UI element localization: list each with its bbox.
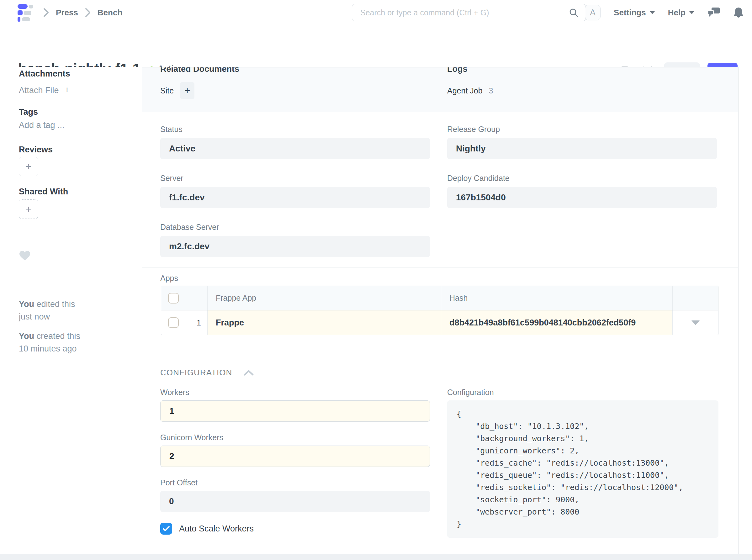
like-heart-icon[interactable] (19, 250, 31, 261)
column-hash: Hash (441, 286, 673, 310)
logs-title: Logs (447, 67, 468, 74)
gunicorn-workers-label: Gunicorn Workers (160, 433, 223, 442)
port-offset-label: Port Offset (160, 478, 198, 487)
gunicorn-workers-input[interactable]: 2 (160, 445, 430, 467)
release-group-field[interactable]: Nightly (447, 138, 717, 159)
search-input[interactable] (352, 4, 586, 21)
form-dashboard: Related Documents Logs Site + Agent Job … (142, 67, 738, 112)
cell-frappe-app[interactable]: Frappe (207, 311, 441, 335)
edited-info: You edited this just now (19, 298, 75, 323)
configuration-section-header[interactable]: CONFIGURATION (160, 368, 254, 378)
plus-icon: + (26, 203, 32, 215)
attachments-title: Attachments (19, 69, 70, 79)
workers-input[interactable]: 1 (160, 400, 430, 422)
auto-scale-workers-row: Auto Scale Workers (160, 523, 254, 535)
created-info: You created this 10 minutes ago (19, 330, 80, 355)
details-section: Status Active Release Group Nightly Serv… (142, 112, 738, 267)
deploy-candidate-field[interactable]: 167b1504d0 (447, 187, 717, 208)
chevron-down-icon (689, 11, 694, 14)
configuration-json-code[interactable]: { "db_host": "10.1.3.102", "background_w… (457, 408, 709, 530)
workers-label: Workers (160, 388, 190, 397)
chevron-right-icon (84, 7, 91, 18)
site-link[interactable]: Site (160, 86, 174, 95)
configuration-json-box: { "db_host": "10.1.3.102", "background_w… (447, 400, 718, 538)
port-offset-field[interactable]: 0 (160, 491, 430, 512)
agent-job-link[interactable]: Agent Job (447, 86, 482, 95)
deploy-candidate-label: Deploy Candidate (447, 174, 510, 183)
related-documents-title: Related Documents (160, 67, 239, 74)
chevron-right-icon (43, 7, 50, 18)
chevron-down-icon (650, 11, 655, 14)
row-expand-icon[interactable] (691, 320, 700, 325)
apps-section: Apps Frappe App Hash 1 Frappe d8b421b49a… (142, 267, 738, 355)
breadcrumb-item-bench[interactable]: Bench (98, 8, 122, 18)
plus-icon: + (64, 85, 70, 95)
column-frappe-app: Frappe App (207, 286, 441, 310)
apps-table: Frappe App Hash 1 Frappe d8b421b49a8bf61… (161, 286, 718, 335)
plus-icon: + (26, 161, 32, 173)
bell-icon[interactable] (733, 6, 744, 19)
database-server-field[interactable]: m2.fc.dev (160, 236, 430, 257)
breadcrumb: Press Bench (43, 0, 122, 25)
configuration-json-label: Configuration (447, 388, 494, 397)
agent-job-count: 3 (489, 86, 493, 95)
status-label: Status (160, 125, 182, 134)
page-head: bench-nightly-f1-1 Active Menu Save (0, 25, 752, 67)
apps-label: Apps (160, 274, 178, 283)
chevron-up-icon[interactable] (243, 369, 254, 376)
form-body: Related Documents Logs Site + Agent Job … (142, 67, 738, 554)
auto-scale-checkbox[interactable] (160, 523, 172, 535)
global-search (352, 4, 586, 21)
shared-with-title: Shared With (19, 187, 68, 197)
add-share-button[interactable]: + (19, 199, 38, 219)
page-background (0, 554, 752, 560)
select-all-checkbox[interactable] (168, 293, 179, 303)
configuration-section: CONFIGURATION Workers 1 Gunicorn Workers… (142, 355, 738, 554)
plus-icon: + (184, 85, 190, 97)
auto-scale-label: Auto Scale Workers (179, 524, 254, 534)
attach-file-button[interactable]: Attach File + (19, 85, 70, 95)
row-checkbox[interactable] (168, 317, 179, 328)
apps-table-header: Frappe App Hash (161, 286, 718, 311)
help-dropdown[interactable]: Help (668, 8, 694, 18)
navbar: Press Bench A Settings Help (0, 0, 752, 25)
server-field[interactable]: f1.fc.dev (160, 187, 430, 208)
breadcrumb-item-press[interactable]: Press (56, 8, 78, 18)
add-review-button[interactable]: + (19, 157, 38, 176)
frappe-logo-icon[interactable] (18, 4, 33, 22)
add-tag-button[interactable]: Add a tag ... (19, 120, 65, 130)
checkmark-icon (162, 525, 170, 532)
avatar[interactable]: A (585, 5, 600, 20)
row-index[interactable]: 1 (197, 318, 201, 327)
reviews-title: Reviews (19, 145, 53, 155)
tags-title: Tags (19, 107, 38, 117)
new-site-button[interactable]: + (180, 82, 194, 99)
form-sidebar: Attachments Attach File + Tags Add a tag… (0, 67, 142, 554)
navbar-right: A Settings Help (585, 0, 744, 25)
status-field[interactable]: Active (160, 138, 430, 159)
server-label: Server (160, 174, 183, 183)
search-icon[interactable] (569, 8, 579, 18)
chat-icon[interactable] (708, 7, 720, 18)
release-group-label: Release Group (447, 125, 500, 134)
table-row: 1 Frappe d8b421b49a8bf61c599b048140cbb20… (161, 311, 718, 335)
database-server-label: Database Server (160, 223, 219, 232)
cell-hash[interactable]: d8b421b49a8bf61c599b048140cbb2062fed50f9 (441, 311, 673, 335)
settings-dropdown[interactable]: Settings (614, 8, 655, 18)
